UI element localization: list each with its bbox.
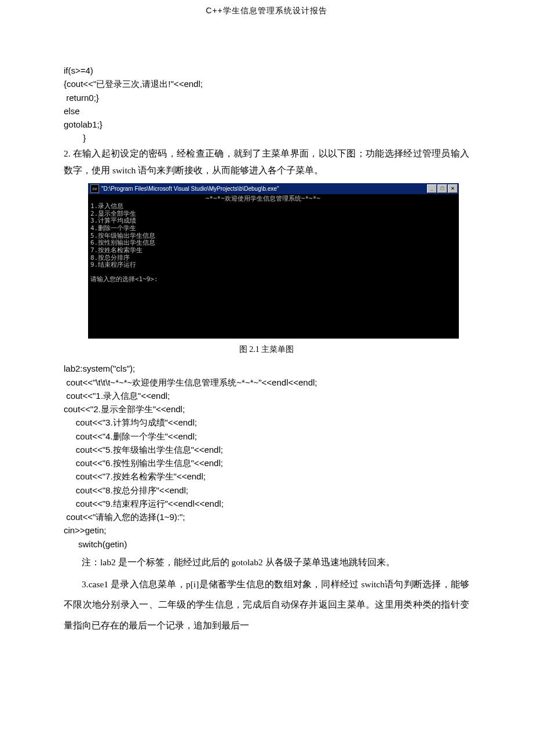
console-menu-item: 9.结束程序运行 xyxy=(90,261,136,268)
console-menu-item: 4.删除一个学生 xyxy=(90,224,136,232)
console-menu-item: 7.按姓名检索学生 xyxy=(90,246,143,254)
document-page: C++学生信息管理系统设计报告 if(s>=4) {cout<<"已登录三次,请… xyxy=(0,0,533,756)
console-app-icon: cv xyxy=(90,184,99,193)
console-menu-item: 3.计算平均成绩 xyxy=(90,217,136,224)
code-line: cout<<"4.删除一个学生"<<endl; xyxy=(64,431,197,441)
code-line: switch(getin) xyxy=(64,539,127,549)
paragraph-1: 2. 在输入起初设定的密码，经检查正确，就到了主菜单界面，以以下图；功能选择经过… xyxy=(64,145,469,179)
console-screenshot: cv "D:\Program Files\Microsoft Visual St… xyxy=(88,183,459,339)
code-line: {cout<<"已登录三次,请退出!"<<endl; xyxy=(64,79,203,89)
code-line: if(s>=4) xyxy=(64,66,93,75)
code-line: cout<<"5.按年级输出学生信息"<<endl; xyxy=(64,445,223,455)
code-line: cout<<"8.按总分排序"<<endl; xyxy=(64,485,188,495)
code-line: cout<<"请输入您的选择(1~9):"; xyxy=(64,512,185,522)
console-welcome-line: ~*~*~欢迎使用学生信息管理系统~*~*~ xyxy=(90,195,320,202)
minimize-button[interactable]: _ xyxy=(427,184,437,193)
console-menu-item: 5.按年级输出学生信息 xyxy=(90,232,155,239)
console-output: ~*~*~欢迎使用学生信息管理系统~*~*~ 1.录入信息 2.显示全部学生 3… xyxy=(88,194,459,339)
page-header-title: C++学生信息管理系统设计报告 xyxy=(64,0,469,16)
code-line: cout<<"2.显示全部学生"<<endl; xyxy=(64,404,185,414)
code-block-2: lab2:system("cls"); cout<<"\t\t\t~*~*~欢迎… xyxy=(64,362,469,551)
window-control-buttons: _ □ × xyxy=(427,184,458,193)
code-line: cout<<"\t\t\t~*~*~欢迎使用学生信息管理系统~*~*~"<<en… xyxy=(64,377,317,387)
console-menu-item: 1.录入信息 xyxy=(90,202,123,210)
code-line: lab2:system("cls"); xyxy=(64,364,135,373)
code-line: return0;} xyxy=(64,93,99,103)
maximize-button[interactable]: □ xyxy=(437,184,447,193)
console-menu-item: 2.显示全部学生 xyxy=(90,210,136,217)
figure-caption: 图 2.1 主菜单图 xyxy=(64,344,469,355)
code-block-1: if(s>=4) {cout<<"已登录三次,请退出!"<<endl; retu… xyxy=(64,64,469,145)
paragraph-2: 注：lab2 是一个标签，能经过此后的 gotolab2 从各级子菜单迅速地跳转… xyxy=(64,552,469,573)
console-title-text: "D:\Program Files\Microsoft Visual Studi… xyxy=(101,186,427,192)
console-prompt: 请输入您的选择<1~9>: xyxy=(90,275,158,283)
code-line: } xyxy=(64,133,86,143)
console-menu-item: 6.按性别输出学生信息 xyxy=(90,239,155,246)
paragraph-3: 3.case1 是录入信息菜单，p[i]是储蓄学生信息的数组对象，同样经过 sw… xyxy=(64,574,469,636)
code-line: cout<<"1.录入信息"<<endl; xyxy=(64,391,170,401)
paragraph-3-text: 3.case1 是录入信息菜单，p[i]是储蓄学生信息的数组对象，同样经过 sw… xyxy=(64,574,469,636)
code-line: gotolab1;} xyxy=(64,119,103,129)
console-menu-item: 8.按总分排序 xyxy=(90,254,130,261)
code-line: cout<<"9.结束程序运行"<<endl<<endl; xyxy=(64,499,224,508)
code-line: else xyxy=(64,106,80,116)
code-line: cout<<"6.按性别输出学生信息"<<endl; xyxy=(64,458,223,468)
code-line: cout<<"3.计算均匀成绩"<<endl; xyxy=(64,417,197,427)
code-line: cout<<"7.按姓名检索学生"<<endl; xyxy=(64,471,206,481)
close-button[interactable]: × xyxy=(448,184,458,193)
console-titlebar: cv "D:\Program Files\Microsoft Visual St… xyxy=(88,183,459,194)
code-line: cin>>getin; xyxy=(64,525,106,535)
paragraph-2-text: 注：lab2 是一个标签，能经过此后的 gotolab2 从各级子菜单迅速地跳转… xyxy=(64,552,469,573)
